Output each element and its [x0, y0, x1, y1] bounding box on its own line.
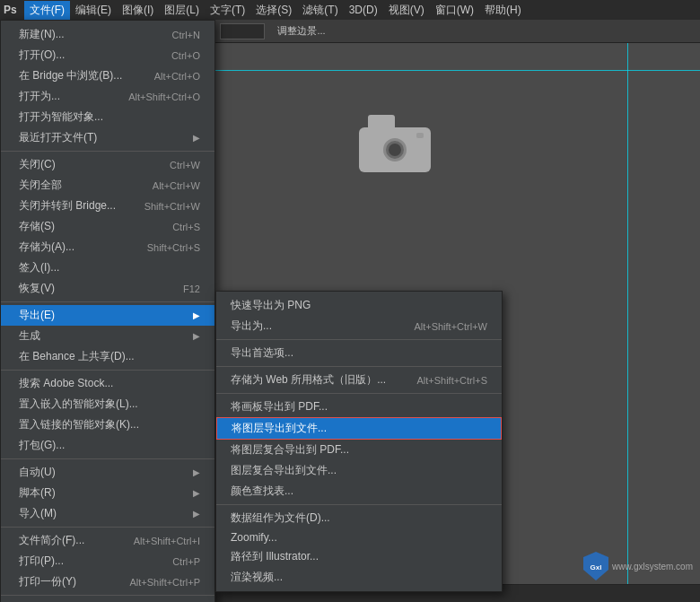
file-menu-dropdown: 新建(N)... Ctrl+N 打开(O)... Ctrl+O 在 Bridge…	[0, 20, 215, 602]
menu-save-as[interactable]: 存储为(A)... Shift+Ctrl+S	[1, 237, 214, 257]
menu-open[interactable]: 打开(O)... Ctrl+O	[1, 45, 214, 65]
menu-close-all[interactable]: 关闭全部 Alt+Ctrl+W	[1, 175, 214, 196]
watermark-inner: Gxl www.gxlsystem.com	[583, 552, 693, 580]
camera-lens	[383, 138, 407, 161]
menu-3d[interactable]: 3D(D)	[344, 2, 383, 18]
app-title: Ps	[4, 4, 17, 16]
export-color-lookup[interactable]: 颜色查找表...	[216, 481, 502, 502]
shield-icon: Gxl	[583, 552, 608, 580]
watermark: Gxl www.gxlsystem.com	[583, 552, 693, 580]
menu-generate[interactable]: 生成 ▶	[1, 326, 214, 346]
menu-text[interactable]: 文字(T)	[205, 1, 250, 20]
menu-image[interactable]: 图像(I)	[117, 1, 159, 20]
export-paths-illustrator[interactable]: 路径到 Illustrator...	[216, 546, 502, 567]
separator-3	[1, 370, 214, 371]
camera-top	[368, 115, 395, 127]
menu-exit[interactable]: 退出(X) Ctrl+Q	[1, 598, 214, 602]
menu-help[interactable]: 帮助(H)	[479, 1, 527, 20]
export-layer-comps-pdf[interactable]: 将图层复合导出到 PDF...	[216, 440, 502, 460]
export-sep-1	[216, 339, 502, 340]
menu-open-as[interactable]: 打开为... Alt+Shift+Ctrl+O	[1, 86, 214, 107]
export-sep-4	[216, 504, 502, 505]
menu-bridge[interactable]: 在 Bridge 中浏览(B)... Alt+Ctrl+O	[1, 65, 214, 86]
svg-text:Gxl: Gxl	[591, 563, 602, 571]
menu-view[interactable]: 视图(V)	[383, 1, 430, 20]
menu-export[interactable]: 导出(E) ▶	[1, 305, 214, 326]
menu-close[interactable]: 关闭(C) Ctrl+W	[1, 154, 214, 175]
menu-filter[interactable]: 滤镜(T)	[297, 1, 343, 20]
menu-close-bridge[interactable]: 关闭并转到 Bridge... Shift+Ctrl+W	[1, 196, 214, 216]
menu-scripts[interactable]: 脚本(R) ▶	[1, 483, 214, 503]
camera-body	[359, 127, 431, 172]
menu-place-embedded[interactable]: 置入嵌入的智能对象(L)...	[1, 394, 214, 414]
menu-edit[interactable]: 编辑(E)	[70, 1, 117, 20]
separator-2	[1, 301, 214, 302]
menu-save[interactable]: 存储(S) Ctrl+S	[1, 216, 214, 237]
menu-bar: Ps 文件(F) 编辑(E) 图像(I) 图层(L) 文字(T) 选择(S) 滤…	[0, 0, 700, 20]
export-sep-3	[216, 393, 502, 394]
menu-recent[interactable]: 最近打开文件(T) ▶	[1, 127, 214, 148]
export-export-as[interactable]: 导出为... Alt+Shift+Ctrl+W	[216, 316, 502, 336]
export-zoomify[interactable]: Zoomify...	[216, 528, 502, 546]
file-menu-panel: 新建(N)... Ctrl+N 打开(O)... Ctrl+O 在 Bridge…	[0, 20, 215, 602]
separator-6	[1, 595, 214, 596]
menu-new[interactable]: 新建(N)... Ctrl+N	[1, 24, 214, 45]
menu-automate[interactable]: 自动(U) ▶	[1, 462, 214, 483]
menu-layer[interactable]: 图层(L)	[159, 1, 205, 20]
export-save-for-web[interactable]: 存储为 Web 所用格式（旧版）... Alt+Shift+Ctrl+S	[216, 370, 502, 390]
export-data-sets[interactable]: 数据组作为文件(D)...	[216, 508, 502, 528]
separator-4	[1, 458, 214, 459]
export-submenu: 快速导出为 PNG 导出为... Alt+Shift+Ctrl+W 导出首选项.…	[215, 291, 503, 592]
export-render-video[interactable]: 渲染视频...	[216, 567, 502, 588]
export-preferences[interactable]: 导出首选项...	[216, 343, 502, 363]
adjust-label: 调整边景...	[277, 24, 325, 38]
menu-print-one[interactable]: 打印一份(Y) Alt+Shift+Ctrl+P	[1, 571, 214, 592]
camera-viewfinder	[416, 133, 424, 138]
watermark-container: Gxl www.gxlsystem.com	[583, 552, 693, 580]
menu-file[interactable]: 文件(F)	[24, 1, 70, 20]
menu-file-info[interactable]: 文件简介(F)... Alt+Shift+Ctrl+I	[1, 530, 214, 551]
menu-revert[interactable]: 恢复(V) F12	[1, 278, 214, 299]
export-layers-to-files[interactable]: 将图层导出到文件...	[216, 417, 502, 440]
menu-import[interactable]: 导入(M) ▶	[1, 503, 214, 524]
guide-line-vertical-2	[627, 43, 628, 602]
menu-package[interactable]: 打包(G)...	[1, 435, 214, 456]
menu-place-linked[interactable]: 置入链接的智能对象(K)...	[1, 414, 214, 435]
separator-1	[1, 151, 214, 152]
export-quick-png[interactable]: 快速导出为 PNG	[216, 295, 502, 316]
export-artboard-pdf[interactable]: 将画板导出到 PDF...	[216, 397, 502, 417]
menu-select[interactable]: 选择(S)	[250, 1, 297, 20]
menu-print[interactable]: 打印(P)... Ctrl+P	[1, 551, 214, 571]
menu-behance[interactable]: 在 Behance 上共享(D)...	[1, 346, 214, 367]
shield-container: Gxl	[583, 552, 608, 580]
camera-illustration	[359, 115, 431, 172]
export-sep-2	[216, 366, 502, 367]
watermark-text: www.gxlsystem.com	[612, 562, 693, 571]
menu-checkin[interactable]: 签入(I)...	[1, 257, 214, 278]
separator-5	[1, 527, 214, 528]
height-input[interactable]	[220, 23, 265, 39]
menu-adobe-stock[interactable]: 搜索 Adobe Stock...	[1, 373, 214, 394]
camera-lens-inner	[389, 144, 401, 156]
menu-window[interactable]: 窗口(W)	[430, 1, 479, 20]
menu-open-smart[interactable]: 打开为智能对象...	[1, 107, 214, 127]
export-layer-comps-files[interactable]: 图层复合导出到文件...	[216, 460, 502, 481]
